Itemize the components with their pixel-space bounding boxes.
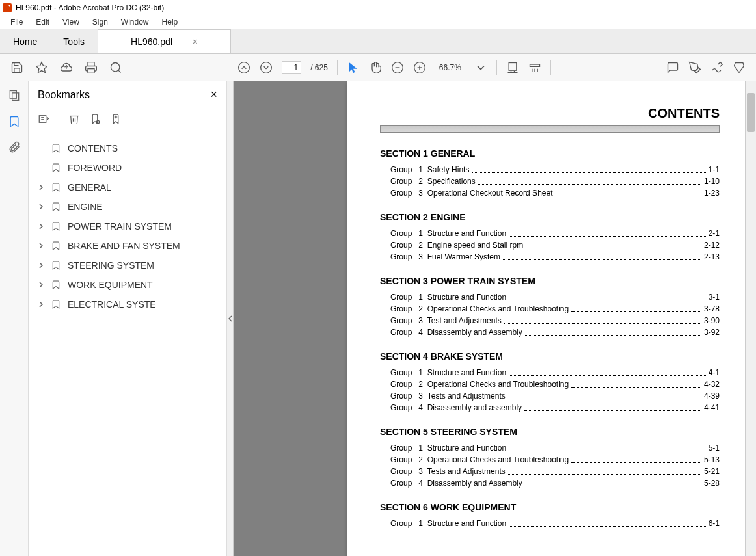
left-rail xyxy=(0,81,29,556)
dotted-leader xyxy=(472,164,705,173)
hand-icon[interactable] xyxy=(369,61,382,74)
toc-row: Group 3 Operational Checkout Record Shee… xyxy=(390,187,720,199)
dotted-leader xyxy=(508,466,701,475)
chevron-right-icon[interactable] xyxy=(38,204,44,210)
bookmark-item[interactable]: POWER TRAIN SYSTEM xyxy=(29,217,226,236)
group-label: Group 4 xyxy=(390,477,427,489)
document-area[interactable]: CONTENTS SECTION 1 GENERALGroup 1 Safety… xyxy=(234,81,745,556)
chevron-right-icon[interactable] xyxy=(38,262,44,269)
comment-icon[interactable] xyxy=(666,61,679,74)
group-label: Group 3 xyxy=(390,187,427,199)
zoom-in-icon[interactable] xyxy=(413,61,426,74)
bookmark-item[interactable]: BRAKE AND FAN SYSTEM xyxy=(29,236,226,256)
scrollbar-thumb[interactable] xyxy=(747,93,755,132)
bookmark-item[interactable]: ELECTRICAL SYSTE xyxy=(29,295,226,314)
highlight-icon[interactable] xyxy=(688,61,701,74)
group-label: Group 4 xyxy=(390,326,427,338)
toc-row: Group 1 Structure and Function3-1 xyxy=(390,291,720,303)
group-name: Operational Checks and Troubleshooting xyxy=(427,303,569,315)
print-icon[interactable] xyxy=(85,61,98,74)
menu-edit[interactable]: Edit xyxy=(29,18,56,27)
group-label: Group 1 xyxy=(390,164,427,176)
group-label: Group 3 xyxy=(390,251,427,263)
options-icon[interactable] xyxy=(38,113,49,125)
chevron-right-icon[interactable] xyxy=(38,243,44,249)
group-page: 5-1 xyxy=(709,442,720,454)
acrobat-icon xyxy=(3,3,12,12)
save-icon[interactable] xyxy=(10,61,23,74)
toc-section: SECTION 6 WORK EQUIPMENTGroup 1 Structur… xyxy=(380,502,720,529)
chevron-down-icon[interactable] xyxy=(474,61,487,74)
bookmark-item[interactable]: CONTENTS xyxy=(29,139,226,158)
attachments-icon[interactable] xyxy=(8,141,21,154)
bookmark-item[interactable]: ENGINE xyxy=(29,197,226,217)
find-bookmark-icon[interactable] xyxy=(110,113,122,125)
toc-row: Group 1 Structure and Function5-1 xyxy=(390,442,720,454)
group-page: 3-78 xyxy=(704,303,720,315)
section-title: SECTION 2 ENGINE xyxy=(380,212,720,222)
bookmark-item[interactable]: FOREWORD xyxy=(29,158,226,178)
new-bookmark-icon[interactable] xyxy=(89,113,101,125)
dotted-leader xyxy=(555,187,701,196)
tab-document[interactable]: HL960.pdf × xyxy=(98,29,231,53)
toc-row: Group 3 Tests and Adjustments5-21 xyxy=(390,466,720,477)
group-name: Safety Hints xyxy=(427,164,470,176)
contents-heading: CONTENTS xyxy=(380,106,720,121)
bookmark-item[interactable]: WORK EQUIPMENT xyxy=(29,275,226,295)
titlebar: HL960.pdf - Adobe Acrobat Pro DC (32-bit… xyxy=(0,0,756,15)
dotted-leader xyxy=(571,378,701,388)
thumbnails-icon[interactable] xyxy=(8,89,21,102)
group-page: 3-90 xyxy=(704,315,720,326)
bookmarks-tree: CONTENTSFOREWORDGENERALENGINEPOWER TRAIN… xyxy=(29,133,226,319)
zoom-out-icon[interactable] xyxy=(391,61,404,74)
bookmark-item[interactable]: GENERAL xyxy=(29,178,226,197)
tab-close-icon[interactable]: × xyxy=(193,36,198,47)
menu-file[interactable]: File xyxy=(4,18,29,27)
bookmarks-close-icon[interactable]: × xyxy=(210,88,217,101)
sign-icon[interactable] xyxy=(710,61,723,74)
fit-page-icon[interactable] xyxy=(528,61,541,74)
svg-rect-13 xyxy=(10,91,16,99)
group-name: Operational Checks and Troubleshooting xyxy=(427,454,569,466)
pdf-page: CONTENTS SECTION 1 GENERALGroup 1 Safety… xyxy=(347,81,745,556)
tab-home[interactable]: Home xyxy=(0,30,50,53)
menu-view[interactable]: View xyxy=(56,18,86,27)
star-icon[interactable] xyxy=(35,61,48,74)
group-page: 4-32 xyxy=(704,378,720,390)
toc-row: Group 1 Structure and Function6-1 xyxy=(390,518,720,529)
group-name: Structure and Function xyxy=(427,228,506,239)
bookmark-item[interactable]: STEERING SYSTEM xyxy=(29,256,226,275)
chevron-right-icon[interactable] xyxy=(38,223,44,230)
chevron-right-icon[interactable] xyxy=(38,301,44,308)
menu-help[interactable]: Help xyxy=(155,18,185,27)
delete-bookmark-icon[interactable] xyxy=(68,113,80,125)
find-icon[interactable] xyxy=(109,61,122,74)
page-number-input[interactable] xyxy=(282,61,301,74)
panel-collapse-handle[interactable] xyxy=(227,81,234,556)
group-page: 6-1 xyxy=(709,518,720,529)
chevron-right-icon[interactable] xyxy=(38,184,44,191)
group-label: Group 2 xyxy=(390,239,427,251)
chevron-right-icon[interactable] xyxy=(38,282,44,288)
svg-point-4 xyxy=(239,62,250,73)
page-up-icon[interactable] xyxy=(237,61,250,74)
group-label: Group 2 xyxy=(390,454,427,466)
toc-row: Group 2 Operational Checks and Troublesh… xyxy=(390,454,720,466)
menu-window[interactable]: Window xyxy=(115,18,155,27)
menu-sign[interactable]: Sign xyxy=(86,18,115,27)
vertical-scrollbar[interactable] xyxy=(745,81,756,556)
page-down-icon[interactable] xyxy=(260,61,273,74)
stamp-icon[interactable] xyxy=(733,61,746,74)
separator xyxy=(337,60,338,75)
toc-section: SECTION 3 POWER TRAIN SYSTEMGroup 1 Stru… xyxy=(380,276,720,338)
group-label: Group 2 xyxy=(390,378,427,390)
zoom-level[interactable]: 66.7% xyxy=(435,63,465,72)
tab-tools[interactable]: Tools xyxy=(50,30,98,53)
cloud-icon[interactable] xyxy=(60,61,73,74)
separator xyxy=(496,60,497,75)
bookmarks-rail-icon[interactable] xyxy=(8,115,21,128)
group-page: 4-39 xyxy=(704,390,720,402)
toc-row: Group 4 Disassembly and assembly4-41 xyxy=(390,402,720,414)
select-cursor-icon[interactable] xyxy=(347,61,360,74)
fit-width-icon[interactable] xyxy=(506,61,519,74)
